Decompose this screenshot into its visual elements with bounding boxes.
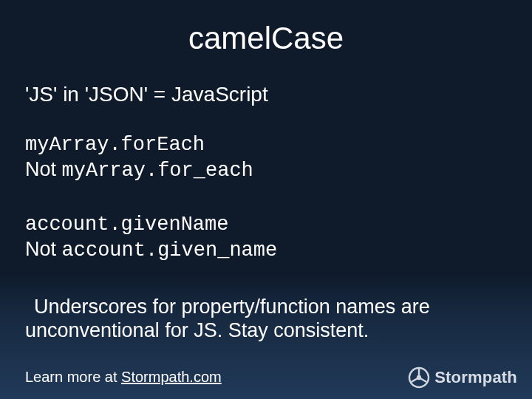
- paragraph-line-2: unconventional for JS. Stay consistent.: [25, 319, 502, 343]
- example-2-bad: account.given_name: [62, 239, 278, 262]
- not-label: Not: [25, 238, 56, 260]
- brand-name: Stormpath: [434, 368, 517, 387]
- example-block-1: myArray.forEach Not myArray.for_each: [25, 133, 253, 183]
- stormpath-logo-icon: [408, 366, 430, 389]
- example-1-good: myArray.forEach: [25, 133, 253, 157]
- guidance-paragraph: Underscores for property/function names …: [25, 296, 502, 343]
- brand-badge: Stormpath: [408, 366, 517, 389]
- example-block-2: account.givenName Not account.given_name: [25, 213, 277, 263]
- example-1-bad-line: Not myArray.for_each: [25, 157, 253, 183]
- subheading: 'JS' in 'JSON' = JavaScript: [25, 83, 268, 106]
- example-1-bad: myArray.for_each: [62, 160, 253, 182]
- learn-more-link[interactable]: Stormpath.com: [121, 369, 222, 385]
- learn-more-prefix: Learn more at: [25, 369, 121, 385]
- example-2-good: account.givenName: [25, 213, 277, 237]
- svg-line-3: [419, 378, 427, 382]
- example-2-bad-line: Not account.given_name: [25, 237, 277, 263]
- slide-title: camelCase: [0, 21, 532, 56]
- learn-more: Learn more at Stormpath.com: [25, 369, 222, 386]
- not-label: Not: [25, 158, 56, 180]
- paragraph-line-1: Underscores for property/function names …: [25, 296, 502, 319]
- svg-line-4: [412, 378, 420, 382]
